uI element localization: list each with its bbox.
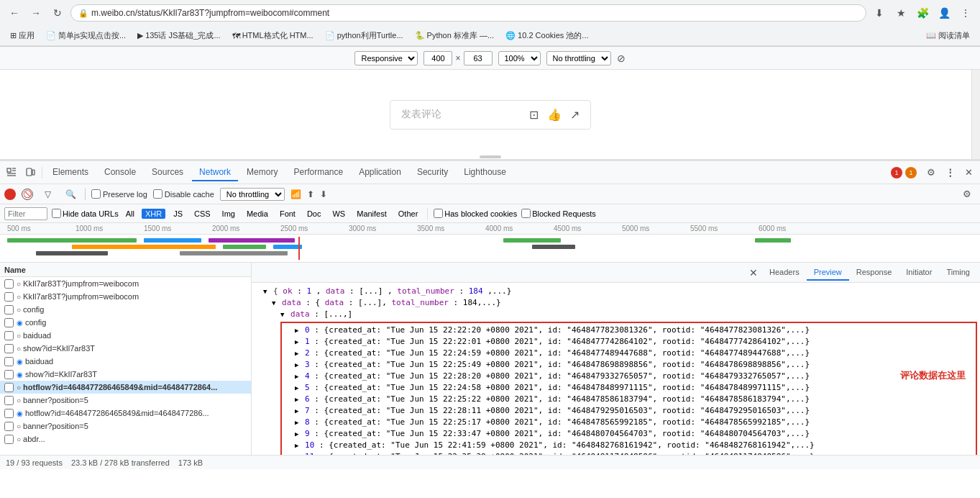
tab-lighthouse[interactable]: Lighthouse [457, 164, 513, 181]
js-filter-btn[interactable]: JS [170, 209, 186, 219]
bookmark-5[interactable]: 🐍 Python 标准库 —... [411, 29, 499, 42]
clear-button[interactable]: 🚫 [22, 189, 33, 200]
refresh-button[interactable]: ↻ [49, 4, 66, 22]
json-toggle-2[interactable] [295, 348, 300, 358]
req-checkbox[interactable] [4, 279, 14, 289]
preview-content[interactable]: { ok : 1 , data : [...] , total_number :… [252, 283, 980, 455]
list-item[interactable]: ◉ show?id=KkIl7ar83T [0, 368, 251, 381]
upload-icon[interactable]: ⬆ [307, 189, 314, 199]
req-checkbox[interactable] [4, 357, 14, 366]
width-input[interactable] [423, 51, 452, 65]
star-icon[interactable]: ★ [892, 4, 910, 22]
tab-network[interactable]: Network [192, 164, 238, 181]
resize-handle[interactable] [480, 155, 501, 158]
json-toggle-4[interactable] [295, 371, 300, 381]
tab-headers[interactable]: Headers [762, 265, 807, 281]
json-entry-0[interactable]: → 0 : {created_at: "Tue Jun 15 22:22:20 … [283, 325, 974, 336]
tab-preview[interactable]: Preview [807, 265, 849, 281]
inspect-element-button[interactable] [3, 164, 20, 181]
xhr-filter-btn[interactable]: XHR [142, 209, 165, 219]
throttle-dropdown[interactable]: No throttling [220, 188, 285, 201]
zoom-select[interactable]: 100% [498, 51, 541, 65]
json-entry-5[interactable]: 5 : {created_at: "Tue Jun 15 22:24:58 +0… [283, 382, 974, 394]
has-blocked-cookies-checkbox[interactable] [434, 209, 443, 218]
devtools-settings-button[interactable]: ⚙ [922, 164, 940, 181]
tab-performance[interactable]: Performance [286, 164, 350, 181]
req-checkbox[interactable] [4, 422, 14, 431]
ws-filter-btn[interactable]: WS [329, 209, 349, 219]
address-bar[interactable]: 🔒 m.weibo.cn/status/KkIl7ar83T?jumpfrom=… [70, 4, 866, 22]
tab-memory[interactable]: Memory [239, 164, 285, 181]
reading-list[interactable]: 📖 阅读清单 [922, 29, 974, 42]
list-item[interactable]: ○ show?id=KkIl7ar83T [0, 342, 251, 355]
list-item[interactable]: ○ config [0, 303, 251, 316]
json-entry-6[interactable]: 6 : {created_at: "Tue Jun 15 22:25:22 +0… [283, 394, 974, 405]
json-toggle-5[interactable] [295, 383, 300, 392]
network-settings-button[interactable]: ⚙ [958, 186, 976, 203]
req-checkbox[interactable] [4, 292, 14, 302]
json-data-line[interactable]: data : { data : [...], total_number : 18… [255, 297, 977, 309]
filter-input[interactable] [4, 207, 47, 220]
tab-sources[interactable]: Sources [145, 164, 191, 181]
list-item[interactable]: ○ baiduad [0, 329, 251, 342]
req-checkbox[interactable] [4, 396, 14, 405]
bookmark-6[interactable]: 🌐 10.2 Cookies 池的... [501, 29, 592, 42]
height-input[interactable] [464, 51, 493, 65]
device-toolbar-button[interactable] [22, 164, 39, 181]
bookmark-4[interactable]: 📄 python利用Turtle... [321, 29, 408, 42]
disable-cache-checkbox[interactable] [153, 189, 162, 199]
has-blocked-cookies-label[interactable]: Has blocked cookies [434, 209, 517, 218]
tab-application[interactable]: Application [352, 164, 408, 181]
responsive-mode-select[interactable]: Responsive [354, 51, 418, 65]
req-checkbox[interactable] [4, 318, 14, 327]
wifi-icon[interactable]: 📶 [290, 189, 301, 199]
json-entry-11[interactable]: 11 : {created_at: "Tue Jun 15 22:35:38 +… [283, 451, 974, 455]
json-entry-9[interactable]: 9 : {created_at: "Tue Jun 15 22:33:47 +0… [283, 428, 974, 440]
req-checkbox[interactable] [4, 435, 14, 444]
img-filter-btn[interactable]: Img [219, 209, 239, 219]
list-item[interactable]: ○ banner?position=5 [0, 420, 251, 433]
media-filter-btn[interactable]: Media [243, 209, 272, 219]
json-toggle-root[interactable] [263, 286, 268, 296]
search-button[interactable]: 🔍 [62, 186, 79, 203]
comment-icon-1[interactable]: ⊡ [529, 108, 539, 122]
download-har-icon[interactable]: ⬇ [320, 189, 327, 199]
comment-like-icon[interactable]: 👍 [547, 108, 562, 122]
hide-data-urls-checkbox[interactable] [52, 209, 61, 218]
extensions-icon[interactable]: 🧩 [914, 4, 931, 22]
tab-console[interactable]: Console [97, 164, 143, 181]
json-toggle-data[interactable] [272, 298, 277, 307]
json-entry-8[interactable]: 8 : {created_at: "Tue Jun 15 22:25:17 +0… [283, 417, 974, 428]
font-filter-btn[interactable]: Font [276, 209, 299, 219]
record-button[interactable] [4, 189, 16, 200]
json-toggle-9[interactable] [295, 429, 300, 438]
json-entry-1[interactable]: 1 : {created_at: "Tue Jun 15 22:22:01 +0… [283, 336, 974, 348]
tab-response[interactable]: Response [849, 265, 899, 281]
list-item[interactable]: ○ KkIl7ar83T?jumpfrom=weibocom [0, 290, 251, 303]
json-toggle-7[interactable] [295, 406, 300, 415]
json-entry-4[interactable]: 4 : {created_at: "Tue Jun 15 22:28:20 +0… [283, 371, 974, 382]
list-item[interactable]: ◉ config [0, 316, 251, 329]
json-entry-3[interactable]: 3 : {created_at: "Tue Jun 15 22:25:49 +0… [283, 359, 974, 371]
tab-timing[interactable]: Timing [939, 265, 977, 281]
tab-security[interactable]: Security [410, 164, 455, 181]
blocked-requests-label[interactable]: Blocked Requests [521, 209, 596, 218]
manifest-filter-btn[interactable]: Manifest [353, 209, 390, 219]
page-scrollbar[interactable] [971, 70, 980, 159]
hide-data-urls-label[interactable]: Hide data URLs [52, 209, 119, 218]
list-item[interactable]: ○ hotflow?id=4648477286465849&mid=464847… [0, 381, 251, 394]
doc-filter-btn[interactable]: Doc [303, 209, 325, 219]
back-button[interactable]: ← [6, 4, 23, 22]
json-toggle-1[interactable] [295, 337, 300, 346]
disable-cache-label[interactable]: Disable cache [153, 189, 214, 199]
json-toggle-11[interactable] [295, 452, 300, 455]
json-root-line[interactable]: { ok : 1 , data : [...] , total_number :… [255, 286, 977, 297]
preserve-log-label[interactable]: Preserve log [91, 189, 147, 199]
json-data-array-line[interactable]: data : [...,] [255, 309, 977, 320]
req-checkbox[interactable] [4, 383, 14, 392]
req-checkbox[interactable] [4, 409, 14, 418]
bookmark-3[interactable]: 🗺 HTML格式化 HTM... [228, 29, 318, 42]
preserve-log-checkbox[interactable] [91, 189, 101, 199]
json-entry-2[interactable]: 2 : {created_at: "Tue Jun 15 22:24:59 +0… [283, 348, 974, 359]
tab-initiator[interactable]: Initiator [899, 265, 939, 281]
